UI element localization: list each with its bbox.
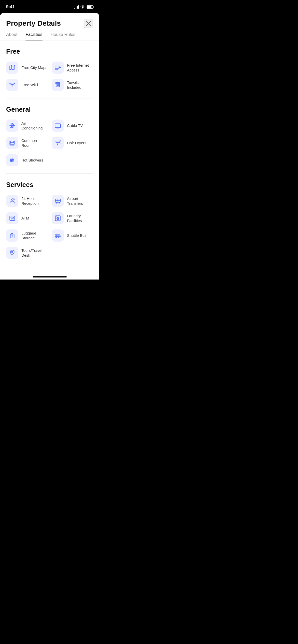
list-item: Free Internet Access [52,62,93,74]
ac-label: Air Conditioning [21,121,48,131]
sheet-header: Property Details [0,13,99,28]
common-room-label: Common Room [21,138,48,148]
svg-rect-24 [55,124,61,127]
snowflake-icon [9,122,16,129]
city-maps-label: Free City Maps [21,65,47,70]
signal-icon [74,5,79,9]
wifi-icon [80,5,85,9]
svg-line-35 [12,161,12,162]
svg-point-62 [56,237,57,238]
battery-icon [87,5,93,9]
home-bar [33,276,67,277]
luggage-icon-wrap [6,229,18,242]
facilities-content: Free Free City Maps [0,40,99,273]
svg-rect-55 [55,216,60,221]
internet-icon-wrap [52,62,64,74]
svg-point-0 [83,8,83,9]
list-item: Air Conditioning [6,120,48,132]
shower-icon-wrap [6,154,18,166]
list-item: Towels Included [52,79,93,91]
internet-label: Free Internet Access [67,63,93,73]
shower-icon [9,157,16,164]
svg-point-37 [11,199,13,200]
services-grid: 24 Hour Reception [6,195,93,259]
atm-icon-wrap [6,212,18,224]
svg-rect-52 [11,217,14,218]
list-item: Cable TV [52,120,93,132]
tab-about[interactable]: About [6,32,17,40]
tab-house-rules[interactable]: House Rules [51,32,75,40]
sofa-icon [9,140,16,146]
property-details-sheet: Property Details About Facilities House … [0,13,99,280]
hair-dryers-label: Hair Dryers [67,140,86,145]
divider-general-services [6,173,93,174]
tours-icon-wrap [6,247,18,259]
status-time: 9:41 [6,4,15,9]
list-item: Laundry Facilities [52,212,93,224]
list-item: Common Room [6,137,48,149]
list-item: ATM [6,212,48,224]
laundry-icon-wrap [52,212,64,224]
divider-free-general [6,98,93,98]
laundry-icon [55,215,61,222]
list-item: Luggage Storage [6,229,48,242]
luggage-icon [9,232,16,239]
list-item: Airport Transfers [52,195,93,207]
towels-icon-wrap [52,79,64,91]
atm-icon [9,215,16,222]
wifi-icon-wrap [6,79,18,91]
close-button[interactable] [84,19,93,28]
reception-icon-wrap [6,195,18,207]
status-bar: 9:41 [0,0,99,13]
list-item: Free WiFi [6,79,48,91]
list-item: Hair Dryers [52,137,93,149]
wifi-facility-icon [9,82,16,88]
svg-line-32 [60,143,60,143]
page-title: Property Details [6,19,61,27]
tv-icon [55,122,61,129]
tv-label: Cable TV [67,123,83,128]
ac-icon-wrap [6,120,18,132]
svg-point-12 [12,86,13,87]
atm-label: ATM [21,216,29,221]
tours-label: Tours/Travel Desk [21,248,48,258]
tours-icon [9,250,16,256]
svg-rect-5 [55,66,59,69]
shuttle-icon-wrap [52,229,64,242]
internet-icon [55,64,61,71]
section-title-services: Services [6,181,93,189]
status-icons [74,5,93,9]
svg-point-63 [58,237,59,238]
tabs-bar: About Facilities House Rules [0,28,99,40]
general-grid: Air Conditioning Cable TV [6,120,93,166]
sofa-icon-wrap [6,137,18,149]
wifi-label: Free WiFi [21,82,38,87]
hairdryer-icon-wrap [52,137,64,149]
towels-icon [55,82,61,88]
towels-label: Towels Included [67,80,93,90]
reception-icon [9,198,16,204]
list-item: Hot Showers [6,154,48,166]
svg-line-33 [11,161,11,162]
free-grid: Free City Maps Free Internet Access [6,62,93,91]
list-item: Shuttle Bus [52,229,93,242]
airport-transfers-label: Airport Transfers [67,196,93,206]
hairdryer-icon [55,140,61,146]
hot-showers-label: Hot Showers [21,158,43,163]
section-title-general: General [6,106,93,113]
city-maps-icon-wrap [6,62,18,74]
list-item: Free City Maps [6,62,48,74]
reception-label: 24 Hour Reception [21,196,48,206]
svg-point-67 [11,251,13,253]
svg-point-57 [57,218,58,219]
tab-facilities[interactable]: Facilities [25,32,42,40]
svg-line-36 [13,161,13,162]
list-item: Tours/Travel Desk [6,247,48,259]
bus-icon [55,198,61,204]
svg-line-34 [11,161,12,162]
svg-line-30 [60,140,60,141]
home-indicator [0,273,99,280]
shuttle-icon [55,232,61,239]
shuttle-label: Shuttle Bus [67,233,87,238]
svg-line-29 [57,143,58,145]
